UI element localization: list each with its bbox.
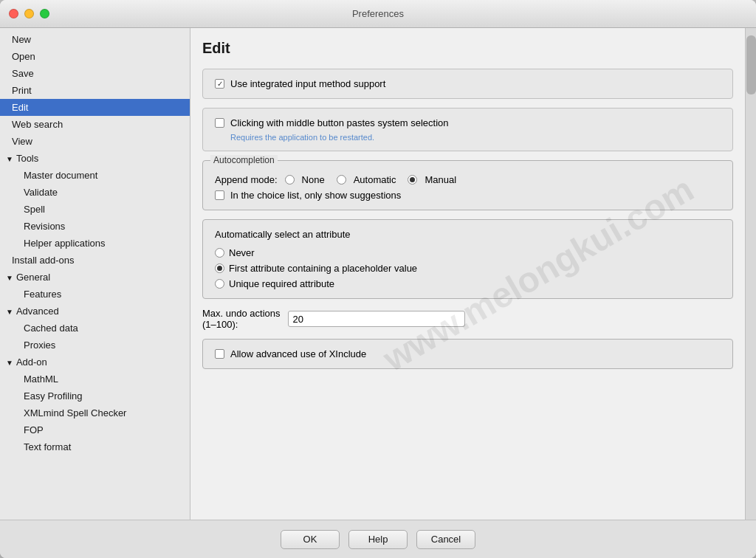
sidebar-item-easy-profiling[interactable]: Easy Profiling bbox=[0, 388, 190, 404]
integrated-input-label: Use integrated input method support bbox=[230, 78, 385, 89]
content-area: New Open Save Print Edit Web search View… bbox=[0, 28, 756, 520]
autocompletion-legend: Autocompletion bbox=[210, 155, 278, 165]
title-bar: Preferences bbox=[0, 0, 756, 28]
preferences-window: Preferences New Open Save Print Edit Web… bbox=[0, 0, 756, 558]
minimize-button[interactable] bbox=[24, 9, 34, 18]
middle-button-box: Clicking with middle button pastes syste… bbox=[202, 108, 733, 151]
help-button[interactable]: Help bbox=[348, 530, 408, 549]
radio-none[interactable]: None bbox=[285, 174, 325, 185]
choice-list-label: In the choice list, only show suggestion… bbox=[230, 190, 401, 201]
sidebar-item-proxies[interactable]: Proxies bbox=[0, 337, 190, 354]
sidebar-item-open[interactable]: Open bbox=[0, 48, 190, 65]
integrated-input-row: Use integrated input method support bbox=[215, 78, 721, 89]
middle-button-label: Clicking with middle button pastes syste… bbox=[230, 117, 449, 128]
triangle-icon: ▼ bbox=[6, 359, 13, 367]
auto-select-box: Automatically select an attribute Never … bbox=[202, 219, 733, 299]
sidebar-item-edit[interactable]: Edit bbox=[0, 99, 190, 116]
radio-never-label: Never bbox=[229, 247, 255, 258]
sidebar-item-install-add-ons[interactable]: Install add-ons bbox=[0, 252, 190, 269]
title-bar-buttons bbox=[9, 9, 49, 18]
radio-unique-req-label: Unique required attribute bbox=[229, 278, 334, 289]
panel-title: Edit bbox=[202, 40, 733, 57]
radio-never[interactable] bbox=[215, 248, 224, 258]
sidebar-item-new[interactable]: New bbox=[0, 31, 190, 48]
radio-none-button[interactable] bbox=[285, 175, 295, 185]
sidebar-item-cached-data[interactable]: Cached data bbox=[0, 320, 190, 337]
sidebar-item-advanced[interactable]: ▼Advanced bbox=[0, 303, 190, 320]
sidebar-item-spell[interactable]: Spell bbox=[0, 201, 190, 218]
undo-row: Max. undo actions (1–100): bbox=[202, 308, 733, 330]
radio-automatic[interactable]: Automatic bbox=[337, 174, 396, 185]
sidebar-item-view[interactable]: View bbox=[0, 133, 190, 150]
restart-note: Requires the application to be restarted… bbox=[230, 133, 721, 142]
scrollbar-thumb[interactable] bbox=[746, 35, 756, 94]
maximize-button[interactable] bbox=[40, 9, 49, 18]
triangle-icon: ▼ bbox=[6, 155, 13, 163]
first-attr-row: First attribute containing a placeholder… bbox=[215, 263, 721, 274]
sidebar-item-revisions[interactable]: Revisions bbox=[0, 218, 190, 235]
triangle-icon: ▼ bbox=[6, 308, 13, 316]
sidebar-item-save[interactable]: Save bbox=[0, 65, 190, 82]
sidebar-item-print[interactable]: Print bbox=[0, 82, 190, 99]
radio-automatic-label: Automatic bbox=[354, 174, 396, 185]
footer: OK Help Cancel bbox=[0, 520, 756, 558]
radio-automatic-button[interactable] bbox=[337, 175, 346, 185]
autocompletion-box: Autocompletion Append mode: None Automat… bbox=[202, 160, 733, 210]
xinclude-label: Allow advanced use of XInclude bbox=[230, 348, 366, 359]
radio-none-label: None bbox=[302, 174, 325, 185]
choice-list-row: In the choice list, only show suggestion… bbox=[215, 190, 721, 201]
sidebar-item-master-document[interactable]: Master document bbox=[0, 167, 190, 184]
sidebar-item-features[interactable]: Features bbox=[0, 286, 190, 303]
xinclude-box: Allow advanced use of XInclude bbox=[202, 339, 733, 369]
append-mode-row: Append mode: None Automatic Manual bbox=[215, 174, 721, 185]
sidebar-item-text-format[interactable]: Text format bbox=[0, 438, 190, 455]
middle-button-row: Clicking with middle button pastes syste… bbox=[215, 117, 721, 128]
append-mode-radio-group: None Automatic Manual bbox=[285, 174, 457, 185]
sidebar-item-general[interactable]: ▼General bbox=[0, 269, 190, 286]
radio-first-attr[interactable] bbox=[215, 264, 224, 273]
radio-manual-button[interactable] bbox=[408, 175, 417, 185]
cancel-button[interactable]: Cancel bbox=[416, 530, 475, 549]
never-row: Never bbox=[215, 247, 721, 258]
radio-unique-req[interactable] bbox=[215, 279, 224, 289]
integrated-input-checkbox[interactable] bbox=[215, 79, 224, 89]
sidebar-item-validate[interactable]: Validate bbox=[0, 184, 190, 201]
sidebar-item-fop[interactable]: FOP bbox=[0, 421, 190, 438]
middle-button-checkbox[interactable] bbox=[215, 118, 224, 128]
append-mode-label: Append mode: bbox=[215, 174, 278, 185]
sidebar-item-helper-applications[interactable]: Helper applications bbox=[0, 235, 190, 252]
sidebar-item-add-on[interactable]: ▼Add-on bbox=[0, 354, 190, 371]
xinclude-row: Allow advanced use of XInclude bbox=[215, 348, 721, 359]
unique-req-row: Unique required attribute bbox=[215, 278, 721, 289]
radio-first-attr-label: First attribute containing a placeholder… bbox=[229, 263, 417, 274]
triangle-icon: ▼ bbox=[6, 274, 13, 282]
radio-manual[interactable]: Manual bbox=[408, 174, 456, 185]
undo-label: Max. undo actions (1–100): bbox=[202, 308, 281, 330]
sidebar-item-tools[interactable]: ▼Tools bbox=[0, 150, 190, 167]
sidebar: New Open Save Print Edit Web search View… bbox=[0, 28, 190, 520]
sidebar-item-xmlmind-spell-checker[interactable]: XMLmind Spell Checker bbox=[0, 404, 190, 421]
scrollbar-track[interactable] bbox=[745, 28, 756, 520]
window-title: Preferences bbox=[352, 8, 404, 19]
close-button[interactable] bbox=[9, 9, 18, 18]
auto-select-title: Automatically select an attribute bbox=[215, 229, 721, 240]
radio-manual-label: Manual bbox=[425, 174, 456, 185]
main-panel: www.melongkui.com Edit Use integrated in… bbox=[190, 28, 745, 520]
ok-button[interactable]: OK bbox=[281, 530, 340, 549]
xinclude-checkbox[interactable] bbox=[215, 349, 224, 359]
sidebar-item-web-search[interactable]: Web search bbox=[0, 116, 190, 133]
integrated-input-box: Use integrated input method support bbox=[202, 69, 733, 99]
sidebar-item-mathml[interactable]: MathML bbox=[0, 371, 190, 388]
undo-input[interactable] bbox=[288, 311, 465, 327]
choice-list-checkbox[interactable] bbox=[215, 190, 224, 200]
